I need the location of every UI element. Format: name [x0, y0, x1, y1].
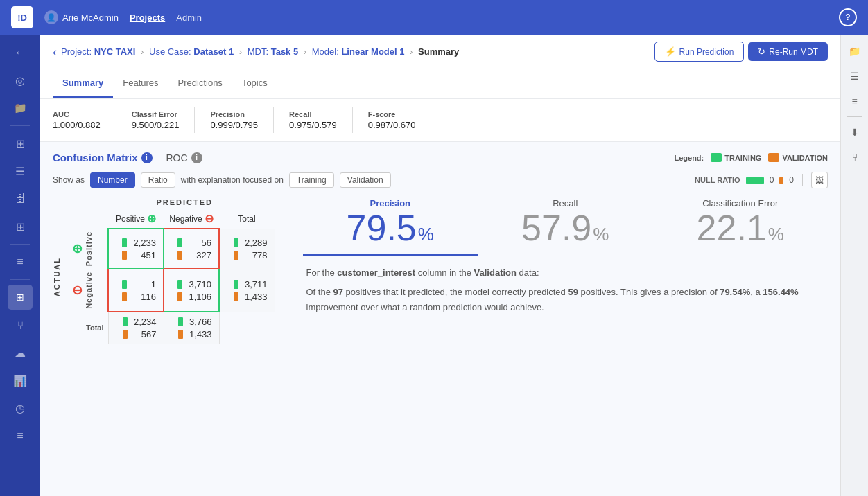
breadcrumb: Project: NYC TAXI › Use Case: Dataset 1 …	[61, 46, 459, 57]
sidebar-cloud-icon[interactable]: ☁	[8, 340, 33, 365]
predicted-label: PREDICTED	[94, 198, 275, 206]
classif-error-unit: %	[768, 224, 784, 245]
sidebar-db-icon[interactable]: 🗄	[8, 186, 33, 211]
metric-classif-error: Classif Error 9.500/0.221	[132, 107, 196, 133]
stats-description: For the customer_interest column in the …	[303, 265, 828, 315]
col-negative-label: Negative	[169, 214, 202, 224]
breadcrumb-usecase-link[interactable]: Use Case: Dataset 1	[149, 46, 234, 57]
sidebar-list-icon[interactable]: ≡	[8, 249, 33, 274]
sidebar-circle-icon[interactable]: ◎	[8, 68, 33, 93]
actual-label: ACTUAL	[53, 257, 61, 296]
ratio-toggle[interactable]: Ratio	[141, 172, 175, 188]
show-as-label: Show as	[53, 175, 85, 185]
precision-value: 79.5	[347, 209, 417, 248]
explanation-label: with explanation focused on	[181, 175, 284, 185]
tab-topics[interactable]: Topics	[232, 69, 277, 98]
sidebar-report-icon[interactable]: ≡	[8, 423, 33, 448]
total-neg-col-green: 3,766	[187, 317, 212, 327]
recall-label: Recall	[478, 198, 653, 209]
metric-auc: AUC 1.000/0.882	[53, 107, 116, 133]
training-focus[interactable]: Training	[289, 172, 334, 188]
sidebar-clock-icon[interactable]: ◷	[8, 396, 33, 420]
roc-title: ROC	[166, 152, 188, 163]
roc-info-icon[interactable]: i	[191, 152, 202, 163]
precision-unit: %	[418, 224, 434, 245]
rp-share-icon[interactable]: ⑂	[845, 148, 865, 167]
cm-info-icon[interactable]: i	[141, 152, 153, 163]
col-total-label: Total	[238, 214, 255, 224]
tab-predictions[interactable]: Predictions	[168, 69, 232, 98]
total-neg-row-green: 3,711	[243, 279, 268, 290]
total-neg-col-orange: 1,433	[187, 329, 212, 339]
legend: Legend: TRAINING VALIDATION	[674, 153, 828, 162]
metric-fscore: F-score 0.987/0.670	[368, 107, 416, 133]
tp-green: 2,233	[131, 238, 156, 248]
sidebar-active-icon[interactable]: ⊞	[8, 285, 33, 310]
image-icon[interactable]: 🖼	[811, 172, 828, 188]
recall-unit: %	[593, 224, 609, 245]
metric-precision: Precision 0.999/0.795	[210, 107, 274, 133]
sidebar-chart-icon[interactable]: 📊	[8, 368, 33, 393]
rp-download-icon[interactable]: ⬇	[845, 123, 865, 142]
user-name: Arie McAdmin	[62, 12, 119, 23]
recall-value: 57.9	[521, 209, 591, 248]
rp-inbox-icon[interactable]: ☰	[845, 67, 865, 86]
fn-green: 1	[131, 279, 156, 290]
confusion-matrix-title: Confusion Matrix i	[53, 152, 153, 163]
precision-label: Precision	[303, 198, 478, 209]
total-neg-row-orange: 1,433	[243, 292, 268, 302]
sidebar-inbox-icon[interactable]: ☰	[8, 159, 33, 184]
classif-error-label: Classification Error	[653, 198, 828, 209]
breadcrumb-current: Summary	[418, 46, 459, 57]
sidebar-folder-icon[interactable]: 📁	[8, 96, 33, 121]
col-positive-label: Positive	[116, 214, 145, 224]
tab-summary[interactable]: Summary	[53, 69, 113, 98]
null-ratio-orange-val: 0	[789, 175, 794, 185]
sidebar-branch-icon[interactable]: ⑂	[8, 312, 33, 337]
fp-green: 56	[186, 238, 211, 248]
null-ratio-label: NULL RATIO	[695, 176, 740, 184]
run-prediction-button[interactable]: ⚡ Run Prediction	[654, 42, 745, 62]
breadcrumb-model-link[interactable]: Model: Linear Model 1	[312, 46, 405, 57]
sidebar-back-icon[interactable]: ←	[8, 40, 33, 65]
sidebar-model-icon[interactable]: ⊞	[8, 214, 33, 239]
total-pos-row-orange: 778	[243, 250, 268, 260]
admin-link[interactable]: Admin	[176, 12, 202, 23]
tp-orange: 451	[131, 250, 156, 260]
rerun-mdt-button[interactable]: ↻ Re-Run MDT	[748, 42, 828, 61]
rp-list-icon[interactable]: ≡	[845, 91, 865, 111]
validation-focus[interactable]: Validation	[340, 172, 391, 188]
sidebar-grid-icon[interactable]: ⊞	[8, 131, 33, 156]
fp-orange: 327	[186, 250, 211, 260]
fn-orange: 116	[131, 292, 156, 302]
rerun-icon: ↻	[758, 46, 765, 57]
tn-orange: 1,106	[186, 292, 211, 302]
classif-error-value: 22.1	[697, 209, 767, 248]
breadcrumb-back[interactable]: ‹	[53, 46, 57, 58]
projects-link[interactable]: Projects	[130, 12, 165, 23]
app-logo: !D	[11, 6, 33, 28]
tab-features[interactable]: Features	[113, 69, 168, 98]
rp-folder-icon[interactable]: 📁	[845, 42, 865, 61]
metric-recall: Recall 0.975/0.579	[289, 107, 353, 133]
breadcrumb-project-link[interactable]: Project: NYC TAXI	[61, 46, 135, 57]
null-ratio-green-val: 0	[770, 175, 774, 185]
total-pos-col-orange: 567	[132, 329, 157, 339]
total-pos-col-green: 2,234	[132, 317, 157, 327]
help-button[interactable]: ?	[839, 8, 857, 26]
total-pos-row-green: 2,289	[243, 238, 268, 248]
tn-green: 3,710	[186, 279, 211, 290]
number-toggle[interactable]: Number	[90, 172, 135, 188]
run-icon: ⚡	[665, 46, 676, 57]
breadcrumb-mdt-link[interactable]: MDT: Task 5	[248, 46, 298, 57]
